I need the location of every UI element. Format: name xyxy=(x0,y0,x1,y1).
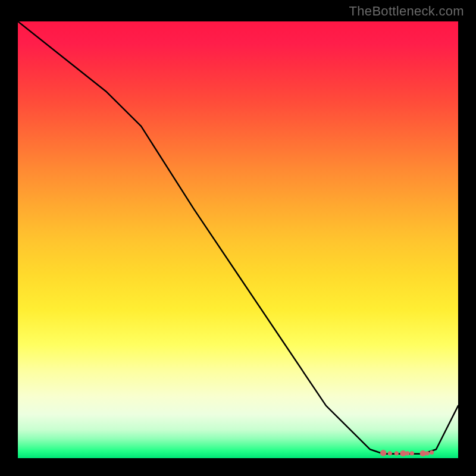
watermark-text: TheBottleneck.com xyxy=(349,4,464,19)
valley-marker xyxy=(420,450,426,456)
valley-marker xyxy=(388,451,392,455)
frame-left xyxy=(0,0,18,476)
valley-marker xyxy=(380,450,386,456)
valley-marker xyxy=(425,451,430,455)
valley-marker xyxy=(394,451,399,455)
frame-bottom xyxy=(0,458,476,476)
chart-svg xyxy=(18,21,458,458)
valley-marker xyxy=(410,451,414,455)
valley-marker-group xyxy=(380,450,434,456)
curve-line xyxy=(18,21,458,454)
valley-marker xyxy=(400,450,406,456)
valley-marker xyxy=(430,450,434,455)
valley-marker xyxy=(405,451,409,455)
plot-area xyxy=(18,21,458,458)
